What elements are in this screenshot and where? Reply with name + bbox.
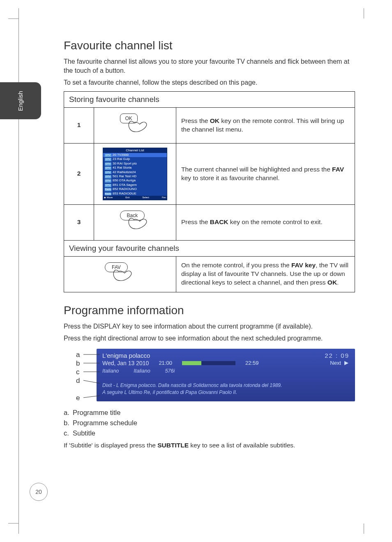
callout-lines [83,351,104,405]
osd-row: DTV30 RAI Sport più [103,162,167,166]
osd-row: Radio853 RADIODUE [103,192,167,196]
crop-mark [8,19,18,19]
step-icon-cell: OK [94,107,176,143]
progress-bar [182,361,235,365]
osd-row: DTV851 OTA Sagem [103,183,167,187]
channel-list-osd: Channel List DTV20 TV2000 DTV23 Rai Gulp… [103,148,167,200]
info-text: Press the right directional arrow to see… [64,334,355,343]
step-icon-cell: Back [94,204,176,240]
viewing-text: On the remote control, if you press the … [176,256,355,292]
language-label: English [17,90,24,111]
arrow-right-icon [344,360,349,366]
back-key-icon: Back [113,209,158,234]
next-button: Next [330,360,349,366]
osd-row: DTV23 Rai Gulp [103,157,167,161]
viewing-icon-cell: FAV [64,256,176,292]
storing-table: Storing favourite channels 1 OK Press th… [64,91,355,292]
step-number: 1 [64,107,94,143]
step-text: Press the OK key on the remote control. … [176,107,355,143]
step-text: The current channel will be highlighted … [176,143,355,204]
osd-footer: ◆ Move Exit Select Fav [103,196,167,200]
osd-row: Radio852 RADIOUNO [103,187,167,191]
section-heading: Favourite channel list [64,39,355,52]
programme-title: L'enigma polacco [102,352,150,359]
hand-icon [126,217,150,233]
svg-marker-5 [344,361,348,365]
step-number: 3 [64,204,94,240]
storing-header: Storing favourite channels [64,91,355,107]
callout-labels: a b c d e [76,350,80,402]
language-tab: English [0,82,41,119]
osd-row: DTV41 Rai Storia [103,166,167,170]
section-heading: Programme information [64,304,355,317]
start-time: 21:00 [159,360,172,366]
svg-line-3 [83,380,100,383]
osd-row: DTV501 Rai Test HD [103,174,167,178]
intro-text: The favourite channel list allows you to… [64,57,355,75]
legend-list: a.Programme title b.Programme schedule c… [64,409,355,437]
subtitle-lang: Italiano [134,368,150,374]
osd-row: DTV42 RaiNotizie24 [103,170,167,174]
programme-date: Wed, Jan 13 2010 [102,360,149,366]
ok-key-icon: OK [113,112,158,137]
page-number: 20 [30,483,48,501]
svg-line-4 [83,396,100,398]
current-time: 22 : 09 [325,352,349,359]
subtitle-note: If 'Subtitle' is displayed press the SUB… [64,441,355,450]
step-row: 1 OK Press the OK key on the remote cont… [64,107,355,143]
programme-description: Dixit - L Enigma polacco. Dalla nascita … [102,382,349,396]
intro-text-2: To set a favourite channel, follow the s… [64,78,355,87]
step-row: 3 Back Press the BACK key on the remote … [64,204,355,240]
crop-mark [18,523,19,534]
viewing-row: FAV On the remote control, if you press … [64,256,355,292]
step-number: 2 [64,143,94,204]
resolution: 576i [165,368,175,374]
crop-mark [364,8,364,19]
step-icon-cell: Channel List DTV20 TV2000 DTV23 Rai Gulp… [94,143,176,204]
fav-key-icon: FAV [97,261,143,285]
audio-lang: Italiano [102,368,119,374]
manual-page: English 20 Favourite channel list The fa… [0,0,392,542]
osd-row: DTV20 TV2000 [103,153,167,157]
step-row: 2 Channel List DTV20 TV2000 DTV23 Rai Gu… [64,143,355,204]
hand-icon [111,269,135,285]
end-time: 22:59 [245,360,259,366]
programme-banner-figure: a b c d e L'enigma polacco 22 : 09 Wed, … [64,349,355,401]
hand-icon [126,120,150,136]
viewing-header: Viewing your favourite channels [64,240,355,256]
info-text: Press the DISPLAY key to see information… [64,322,355,331]
step-text: Press the BACK key on the remote control… [176,204,355,240]
crop-mark [18,8,19,19]
crop-mark [364,523,364,534]
osd-row: DTV850 OTA Auriga [103,178,167,183]
programme-info-banner: L'enigma polacco 22 : 09 Wed, Jan 13 201… [97,349,355,401]
crop-mark [8,523,18,523]
